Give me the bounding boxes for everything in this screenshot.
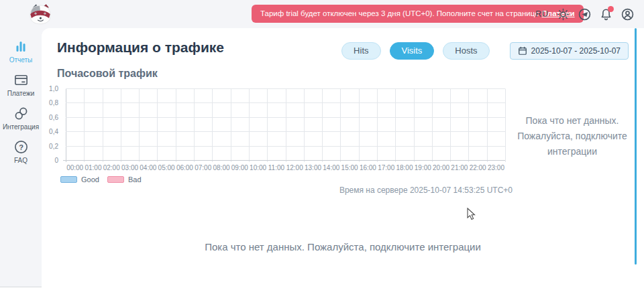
notifications-button[interactable]: [600, 8, 612, 21]
x-axis-label: 20:00: [432, 164, 450, 171]
x-axis-label: 01:00: [84, 164, 102, 171]
bar-chart-icon: [13, 40, 28, 54]
sidebar: Отчеты Платежи Интеграция ? FAQ: [0, 28, 42, 287]
sidebar-item-reports[interactable]: Отчеты: [0, 40, 42, 64]
sidebar-item-label: FAQ: [14, 157, 28, 164]
y-axis-label: 0,2: [49, 143, 58, 150]
x-axis-label: 06:00: [176, 164, 194, 171]
x-axis-label: 11:00: [267, 164, 285, 171]
x-axis-labels: 00:0001:0002:0003:0004:0005:0006:0007:00…: [66, 164, 505, 171]
trial-warning-banner: Тариф trial будет отключен через 3 дня (…: [252, 5, 584, 23]
credit-card-icon: [13, 72, 29, 88]
y-axis-labels: 1,00,80,60,40,20: [42, 88, 60, 160]
question-icon: ?: [13, 139, 29, 155]
x-axis-label: 22:00: [469, 164, 487, 171]
chart-legend: GoodBad: [60, 175, 142, 184]
chart-title: Почасовой трафик: [57, 68, 158, 80]
app-logo[interactable]: [27, 2, 54, 26]
x-axis-label: 15:00: [340, 164, 358, 171]
raccoon-logo-icon: [27, 2, 54, 26]
svg-text:?: ?: [19, 143, 23, 151]
x-axis-label: 16:00: [359, 164, 377, 171]
topbar-actions: RU: [535, 0, 634, 28]
legend-item-good[interactable]: Good: [60, 175, 99, 184]
x-axis-label: 23:00: [487, 164, 505, 171]
x-axis-label: 03:00: [121, 164, 139, 171]
language-selector[interactable]: RU: [535, 9, 548, 19]
x-axis-label: 09:00: [231, 164, 249, 171]
legend-swatch: [60, 176, 77, 183]
y-axis-label: 0,6: [49, 114, 58, 121]
link-icon: [13, 106, 29, 121]
server-time: Время на сервере 2025-10-07 14:53:25 UTC…: [339, 186, 513, 195]
telegram-icon[interactable]: [578, 8, 591, 21]
sidebar-item-label: Интеграция: [3, 123, 39, 131]
x-axis-label: 14:00: [322, 164, 340, 171]
notification-dot: [608, 6, 614, 12]
x-axis-label: 05:00: [157, 164, 175, 171]
date-range-picker[interactable]: 2025-10-07 - 2025-10-07: [510, 42, 629, 60]
x-axis-label: 07:00: [194, 164, 212, 171]
legend-swatch: [107, 176, 124, 183]
calendar-icon: [518, 46, 527, 56]
legend-label: Bad: [128, 175, 142, 184]
x-axis-label: 12:00: [286, 164, 304, 171]
sidebar-item-payments[interactable]: Платежи: [0, 72, 42, 97]
tab-visits[interactable]: Visits: [390, 42, 435, 60]
y-axis-label: 1,0: [49, 85, 58, 92]
page-title: Информация о трафике: [57, 40, 224, 56]
account-icon[interactable]: [621, 8, 634, 21]
tab-hosts[interactable]: Hosts: [443, 42, 489, 60]
x-axis-label: 13:00: [304, 164, 322, 171]
x-axis-label: 19:00: [414, 164, 432, 171]
y-axis-label: 0,8: [49, 99, 58, 106]
banner-text: Тариф trial будет отключен через 3 дня (…: [260, 9, 539, 17]
legend-label: Good: [81, 175, 99, 184]
x-axis-label: 00:00: [66, 164, 84, 171]
x-axis-label: 02:00: [103, 164, 121, 171]
sidebar-item-faq[interactable]: ? FAQ: [0, 139, 42, 164]
x-axis-label: 04:00: [139, 164, 157, 171]
x-axis-label: 10:00: [249, 164, 267, 171]
traffic-controls: Hits Visits Hosts 2025-10-07 - 2025-10-0…: [341, 42, 629, 60]
chart-plot: [62, 88, 509, 167]
topbar: Тариф trial будет отключен через 3 дня (…: [0, 0, 644, 28]
date-range-value: 2025-10-07 - 2025-10-07: [531, 46, 621, 56]
tab-hits[interactable]: Hits: [341, 42, 380, 60]
x-axis-label: 17:00: [377, 164, 395, 171]
legend-item-bad[interactable]: Bad: [107, 175, 142, 184]
vertical-scrollbar-thumb[interactable]: [635, 28, 637, 265]
main-panel: Информация о трафике Hits Visits Hosts 2…: [42, 28, 644, 287]
no-data-side-message: Пока что нет данных. Пожалуйста, подключ…: [513, 113, 632, 159]
sidebar-item-integration[interactable]: Интеграция: [0, 106, 42, 131]
y-axis-label: 0: [54, 157, 58, 164]
x-axis-label: 18:00: [395, 164, 413, 171]
sidebar-item-label: Платежи: [7, 90, 35, 97]
sidebar-item-label: Отчеты: [9, 56, 33, 64]
theme-sun-icon[interactable]: [557, 8, 570, 21]
x-axis-label: 08:00: [212, 164, 230, 171]
no-data-bottom-message: Пока что нет данных. Пожалуйста, подключ…: [42, 241, 644, 252]
app-window: Тариф trial будет отключен через 3 дня (…: [0, 0, 644, 290]
x-axis-label: 21:00: [450, 164, 468, 171]
y-axis-label: 0,4: [49, 128, 58, 135]
